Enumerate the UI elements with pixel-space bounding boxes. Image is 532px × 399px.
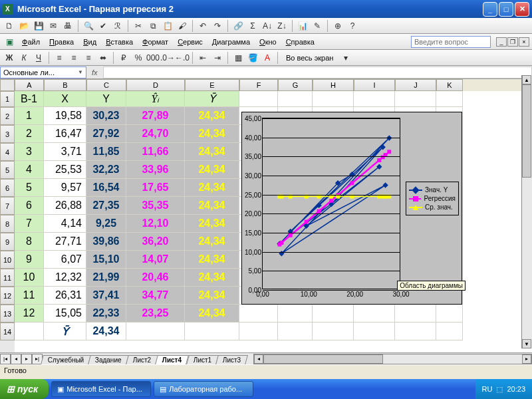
name-box[interactable]: Основные ли... ▼ [0, 66, 86, 78]
cell[interactable]: 3,71 [44, 143, 86, 161]
scroll-up-icon[interactable]: ▲ [522, 75, 531, 84]
cell[interactable]: 27,35 [86, 197, 126, 215]
cell[interactable]: Ȳ [44, 323, 86, 340]
cell[interactable]: 39,86 [86, 233, 126, 251]
cell[interactable] [278, 323, 313, 340]
maximize-button[interactable]: □ [499, 2, 513, 17]
cell[interactable]: 12,10 [126, 215, 185, 233]
font-color-icon[interactable]: A [261, 51, 274, 65]
spelling-icon[interactable]: ✔ [96, 19, 110, 33]
cell[interactable]: 15,05 [44, 305, 86, 323]
cell[interactable]: 24,34 [185, 215, 239, 233]
decrease-decimal-icon[interactable]: ←.0 [176, 51, 189, 65]
sheet-tab-Лист2[interactable]: Лист2 [126, 355, 158, 364]
cell[interactable]: 24,34 [185, 305, 239, 323]
fx-label[interactable]: fx [92, 68, 98, 76]
ask-question-box[interactable] [411, 36, 491, 48]
align-center-icon[interactable]: ≡ [67, 51, 80, 65]
row-header-11[interactable]: 11 [0, 269, 15, 287]
row-header-9[interactable]: 9 [0, 233, 15, 251]
cell[interactable]: 24,34 [185, 269, 239, 287]
cell[interactable]: 30,23 [86, 107, 126, 125]
mail-icon[interactable]: ✉ [47, 19, 60, 33]
row-header-6[interactable]: 6 [0, 179, 15, 197]
cell[interactable]: 24,34 [185, 287, 239, 305]
cell[interactable]: 27,71 [44, 233, 86, 251]
underline-icon[interactable]: Ч [32, 51, 45, 65]
select-all-corner[interactable] [0, 79, 15, 91]
cell[interactable]: Y [86, 91, 126, 107]
cell[interactable]: 16,47 [44, 125, 86, 143]
cell[interactable]: Ŷᵢ [126, 91, 185, 107]
row-header-4[interactable]: 4 [0, 143, 15, 161]
cell[interactable] [354, 305, 395, 323]
row-header-1[interactable]: 1 [0, 91, 15, 107]
menu-Правка[interactable]: Правка [45, 36, 78, 48]
save-icon[interactable]: 💾 [32, 19, 45, 33]
drawing-icon[interactable]: ✎ [311, 19, 324, 33]
column-header-G[interactable]: G [278, 79, 313, 91]
cell[interactable]: 24,34 [185, 107, 239, 125]
open-icon[interactable]: 📂 [17, 19, 31, 33]
borders-icon[interactable]: ▦ [231, 51, 245, 65]
horizontal-scrollbar[interactable]: ◂ ▸ [253, 354, 532, 364]
align-left-icon[interactable]: ≡ [53, 51, 66, 65]
toolbar-options-icon[interactable]: ▾ [339, 51, 352, 65]
cell[interactable] [395, 323, 436, 340]
cell[interactable] [239, 323, 278, 340]
cell[interactable]: 24,34 [185, 143, 239, 161]
sort-desc-icon[interactable]: Z↓ [275, 19, 289, 33]
italic-icon[interactable]: К [17, 51, 31, 65]
cell[interactable] [278, 91, 313, 107]
menu-Вид[interactable]: Вид [78, 36, 101, 48]
cell[interactable]: 32,23 [86, 161, 126, 179]
cut-icon[interactable]: ✂ [132, 19, 145, 33]
cell[interactable] [313, 323, 354, 340]
print-icon[interactable]: 🖶 [61, 19, 74, 33]
menu-Справка[interactable]: Справка [281, 36, 319, 48]
cell[interactable]: 24,34 [185, 161, 239, 179]
column-header-I[interactable]: I [354, 79, 395, 91]
cell[interactable]: 15,10 [86, 251, 126, 269]
tab-next-icon[interactable]: ▸ [21, 354, 32, 364]
cell[interactable]: 3 [15, 143, 44, 161]
cell[interactable]: 4,14 [44, 215, 86, 233]
cell[interactable] [239, 91, 278, 107]
cell[interactable]: 1 [15, 107, 44, 125]
cell[interactable]: 11,66 [126, 143, 185, 161]
column-header-E[interactable]: E [185, 79, 239, 91]
clock[interactable]: 20:23 [507, 385, 525, 393]
mdi-minimize-button[interactable]: _ [496, 37, 507, 47]
research-icon[interactable]: ℛ [111, 19, 124, 33]
print-preview-icon[interactable]: 🔍 [82, 19, 95, 33]
cell[interactable]: 11 [15, 287, 44, 305]
cell[interactable]: 6 [15, 197, 44, 215]
cell[interactable]: 24,34 [185, 197, 239, 215]
sheet-tab-Задание[interactable]: Задание [88, 355, 128, 364]
chart-plot-area[interactable]: 0,005,0010,0015,0020,0025,0030,0035,0040… [262, 118, 400, 289]
cell[interactable]: 37,41 [86, 287, 126, 305]
cell[interactable] [278, 305, 313, 323]
cell[interactable]: 12,32 [44, 269, 86, 287]
cell[interactable] [239, 305, 278, 323]
cell[interactable]: 17,65 [126, 179, 185, 197]
legend-item[interactable]: Регрессия [409, 195, 456, 202]
taskbar-item[interactable]: ▣Microsoft Excel - Пар... [51, 381, 151, 397]
cell[interactable]: 23,25 [126, 305, 185, 323]
row-header-5[interactable]: 5 [0, 161, 15, 179]
scroll-down-icon[interactable]: ▼ [522, 339, 531, 348]
cell[interactable]: 24,34 [185, 179, 239, 197]
taskbar-item[interactable]: ▤Лабораторная рабо... [154, 381, 253, 397]
cell[interactable]: 19,58 [44, 107, 86, 125]
new-icon[interactable]: 🗋 [3, 19, 16, 33]
cell[interactable]: 26,31 [44, 287, 86, 305]
cell[interactable]: 36,20 [126, 233, 185, 251]
row-header-7[interactable]: 7 [0, 197, 15, 215]
zoom-icon[interactable]: ⊕ [331, 19, 344, 33]
cell[interactable]: 26,88 [44, 197, 86, 215]
hscroll-thumb[interactable] [263, 354, 383, 364]
cell[interactable]: 10 [15, 269, 44, 287]
column-header-D[interactable]: D [126, 79, 185, 91]
column-header-A[interactable]: A [15, 79, 44, 91]
row-header-8[interactable]: 8 [0, 215, 15, 233]
